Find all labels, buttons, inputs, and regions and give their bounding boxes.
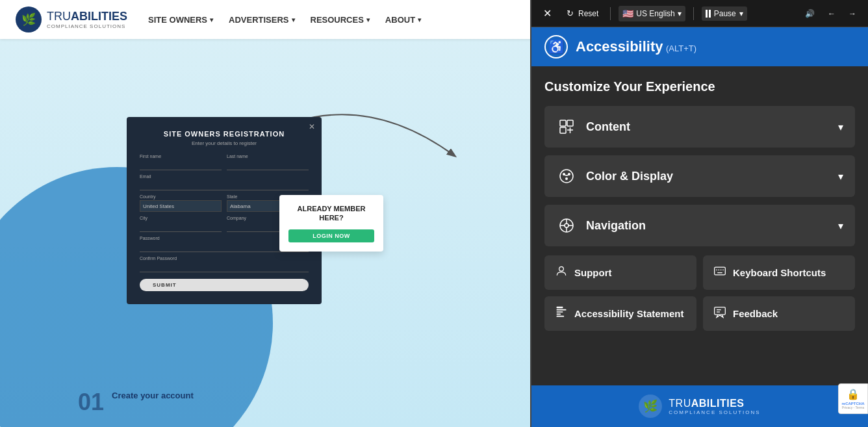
pause-button[interactable]: Pause ▾ bbox=[702, 6, 747, 21]
action-buttons-grid: Support Keyboard Shortcuts bbox=[544, 255, 855, 331]
svg-rect-1 bbox=[567, 120, 573, 126]
svg-rect-24 bbox=[557, 311, 563, 313]
nav-site-owners[interactable]: SITE OWNERS bbox=[148, 15, 213, 25]
logo-icon: 🌿 bbox=[16, 6, 42, 32]
svg-rect-23 bbox=[557, 309, 567, 311]
last-name-input[interactable] bbox=[227, 160, 309, 170]
svg-point-10 bbox=[565, 224, 568, 227]
feedback-label: Feedback bbox=[733, 308, 778, 319]
svg-point-15 bbox=[559, 266, 564, 271]
accessibility-statement-button[interactable]: Accessibility Statement bbox=[544, 296, 696, 331]
nav-advertisers[interactable]: ADVERTISERS bbox=[229, 15, 294, 25]
color-display-icon bbox=[556, 166, 577, 187]
accessibility-header: ♿ Accessibility (ALT+T) bbox=[531, 27, 868, 66]
color-display-chevron: ▾ bbox=[838, 170, 843, 183]
reset-icon: ↻ bbox=[565, 8, 575, 19]
section-content-header[interactable]: Content ▾ bbox=[544, 106, 855, 148]
navigation-chevron: ▾ bbox=[838, 220, 843, 232]
toolbar-divider-2 bbox=[693, 7, 694, 20]
section-navigation-header[interactable]: Navigation ▾ bbox=[544, 205, 855, 246]
accessibility-panel: ✕ ↻ Reset 🇺🇸 US English ▾ Pause ▾ 🔊 ← bbox=[530, 0, 868, 427]
feedback-icon bbox=[713, 305, 726, 322]
nav-resources[interactable]: RESOURCES bbox=[311, 15, 370, 25]
svg-rect-0 bbox=[560, 120, 566, 126]
submit-button[interactable]: SUBMIT bbox=[140, 279, 309, 291]
keyboard-shortcuts-label: Keyboard Shortcuts bbox=[733, 267, 826, 278]
customize-title: Customize Your Experience bbox=[544, 79, 855, 94]
svg-rect-22 bbox=[557, 307, 563, 309]
country-select[interactable]: United States bbox=[140, 200, 222, 212]
accessibility-toolbar: ✕ ↻ Reset 🇺🇸 US English ▾ Pause ▾ 🔊 ← bbox=[531, 0, 868, 27]
site-logo: 🌿 TRUABILITIES COMPLIANCE SOLUTIONS bbox=[16, 6, 127, 32]
svg-rect-2 bbox=[560, 127, 566, 133]
login-now-button[interactable]: LOGIN NOW bbox=[288, 229, 374, 242]
svg-point-8 bbox=[565, 177, 568, 180]
forward-button[interactable]: → bbox=[845, 6, 860, 21]
language-dropdown-icon: ▾ bbox=[678, 9, 682, 18]
language-flag: 🇺🇸 bbox=[622, 8, 633, 19]
content-label: Content bbox=[586, 120, 838, 134]
already-member-card: ALREADY MEMBER HERE? LOGIN NOW bbox=[279, 195, 383, 252]
audio-button[interactable]: 🔊 bbox=[801, 6, 819, 21]
footer-brand: TRUABILITIES COMPLIANCE SOLUTIONS bbox=[669, 398, 760, 415]
language-label: US English bbox=[636, 9, 674, 18]
support-button[interactable]: Support bbox=[544, 255, 696, 290]
recaptcha-badge: 🔒 reCAPTCHA Privacy - Terms bbox=[838, 383, 868, 414]
keyboard-shortcuts-button[interactable]: Keyboard Shortcuts bbox=[703, 255, 855, 290]
footer-logo-icon: 🌿 bbox=[639, 395, 662, 418]
wheelchair-icon: ♿ bbox=[544, 35, 568, 58]
svg-rect-27 bbox=[715, 307, 726, 315]
feedback-button[interactable]: Feedback bbox=[703, 296, 855, 331]
content-icon bbox=[556, 116, 577, 137]
registration-subtitle: Enter your details to register bbox=[140, 140, 309, 146]
accessibility-body: Customize Your Experience Content ▾ bbox=[531, 66, 868, 385]
svg-rect-16 bbox=[715, 267, 726, 275]
email-input[interactable] bbox=[140, 180, 309, 190]
forward-icon: → bbox=[849, 9, 856, 18]
accessibility-statement-label: Accessibility Statement bbox=[574, 308, 683, 319]
color-display-label: Color & Display bbox=[586, 170, 838, 183]
keyboard-shortcuts-icon bbox=[713, 265, 726, 281]
confirm-password-input[interactable] bbox=[140, 262, 309, 272]
audio-icon: 🔊 bbox=[805, 9, 815, 18]
toolbar-divider-1 bbox=[610, 7, 611, 20]
panel-close-button[interactable]: ✕ bbox=[539, 6, 555, 21]
section-navigation[interactable]: Navigation ▾ bbox=[544, 205, 855, 246]
step-1-text: Create your account bbox=[112, 391, 194, 402]
step-1-number: 01 bbox=[78, 391, 104, 414]
back-button[interactable]: ← bbox=[824, 6, 839, 21]
city-input[interactable] bbox=[140, 222, 222, 232]
logo-text: TRUABILITIES COMPLIANCE SOLUTIONS bbox=[47, 10, 127, 29]
language-selector[interactable]: 🇺🇸 US English ▾ bbox=[619, 6, 685, 21]
section-content[interactable]: Content ▾ bbox=[544, 106, 855, 148]
section-color-display[interactable]: Color & Display ▾ bbox=[544, 155, 855, 197]
accessibility-shortcut: (ALT+T) bbox=[666, 44, 696, 53]
back-icon: ← bbox=[828, 9, 836, 18]
content-chevron: ▾ bbox=[838, 121, 843, 133]
svg-rect-26 bbox=[557, 316, 565, 317]
svg-rect-25 bbox=[557, 314, 561, 315]
pause-icon bbox=[706, 10, 711, 18]
navigation-label: Navigation bbox=[586, 219, 838, 233]
pause-dropdown-icon: ▾ bbox=[739, 9, 743, 18]
svg-point-5 bbox=[560, 170, 573, 183]
reset-button[interactable]: ↻ Reset bbox=[561, 6, 602, 21]
nav-about[interactable]: ABOUT bbox=[385, 15, 421, 25]
registration-close-button[interactable]: ✕ bbox=[309, 122, 315, 131]
step-1: 01 Create your account bbox=[78, 391, 194, 414]
member-card-title: ALREADY MEMBER HERE? bbox=[288, 204, 374, 223]
registration-title: SITE OWNERS REGISTRATION bbox=[140, 130, 309, 138]
accessibility-footer: 🌿 TRUABILITIES COMPLIANCE SOLUTIONS bbox=[531, 385, 868, 427]
nav-links: SITE OWNERS ADVERTISERS RESOURCES ABOUT bbox=[148, 15, 421, 25]
first-name-input[interactable] bbox=[140, 160, 222, 170]
accessibility-statement-icon bbox=[555, 305, 568, 322]
navigation-icon bbox=[556, 215, 577, 236]
support-icon bbox=[555, 265, 568, 281]
accessibility-title: Accessibility bbox=[576, 38, 663, 55]
support-label: Support bbox=[574, 267, 612, 278]
section-color-display-header[interactable]: Color & Display ▾ bbox=[544, 155, 855, 197]
